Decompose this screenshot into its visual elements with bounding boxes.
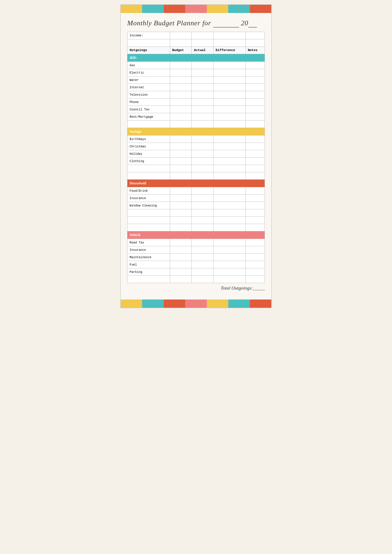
category-vehicle-label: Vehicle — [127, 231, 265, 239]
bottom-bar-segment-yellow2 — [207, 300, 228, 308]
bottom-bar-segment-yellow — [121, 300, 142, 308]
row-gas: Gas — [127, 62, 265, 69]
col-difference: Difference — [213, 47, 245, 54]
col-notes: Notes — [245, 47, 265, 54]
bottom-bar-segment-red — [164, 300, 185, 308]
row-christmas: Christmas — [127, 143, 265, 150]
bottom-bar-segment-teal2 — [228, 300, 250, 308]
row-rent-mortgage: Rent/Mortgage — [127, 113, 265, 120]
col-actual: Actual — [192, 47, 213, 54]
bottom-bar-segment-teal — [142, 300, 164, 308]
category-savings: Savings — [127, 128, 265, 135]
savings-spacer2 — [127, 172, 265, 180]
row-insurance-household: Insurance — [127, 195, 265, 202]
row-window-cleaning: Window Cleaning — [127, 202, 265, 209]
row-phone: Phone — [127, 98, 265, 106]
total-area: Total Outgoings:_____ — [127, 283, 265, 293]
bottom-bar-segment-red2 — [250, 300, 271, 308]
row-holiday: Holiday — [127, 150, 265, 158]
content-area: Income: Outgoings Budget Actual Differen… — [121, 32, 271, 297]
income-notes — [245, 32, 265, 39]
category-bills-label: Bills — [127, 54, 265, 62]
title-year-prefix: 20 — [241, 19, 248, 27]
row-maintainence: Maintainence — [127, 254, 265, 261]
total-outgoings-label: Total Outgoings:_____ — [221, 285, 265, 291]
row-internet: Internet — [127, 84, 265, 91]
income-diff — [213, 32, 245, 39]
column-header-row: Outgoings Budget Actual Difference Notes — [127, 47, 265, 54]
top-bar-segment-yellow2 — [207, 5, 228, 13]
income-actual — [192, 32, 213, 39]
vehicle-spacer1 — [127, 276, 265, 283]
bottom-bar-segment-pink — [185, 300, 207, 308]
household-spacer2 — [127, 217, 265, 224]
household-spacer1 — [127, 209, 265, 217]
row-birthdays: Birthdays — [127, 135, 265, 143]
col-budget: Budget — [170, 47, 191, 54]
row-food-drink: Food/Drink — [127, 187, 265, 195]
spacer-row-1 — [127, 39, 265, 47]
col-outgoings: Outgoings — [127, 47, 170, 54]
category-household: Household — [127, 180, 265, 187]
page-title: Monthly Budget Planner for 20 — [127, 19, 265, 28]
page: Monthly Budget Planner for 20 Income: — [120, 4, 272, 308]
title-blank-month — [213, 19, 239, 28]
income-budget — [170, 32, 191, 39]
category-vehicle: Vehicle — [127, 231, 265, 239]
category-savings-label: Savings — [127, 128, 265, 135]
income-label: Income: — [127, 32, 170, 39]
household-spacer3 — [127, 224, 265, 231]
title-area: Monthly Budget Planner for 20 — [121, 13, 271, 32]
row-road-tax: Road Tax — [127, 239, 265, 246]
category-household-label: Household — [127, 180, 265, 187]
income-row: Income: — [127, 32, 265, 39]
bottom-color-bar — [121, 300, 271, 308]
row-council-tax: Council Tax — [127, 106, 265, 113]
top-bar-segment-red — [164, 5, 185, 13]
savings-spacer1 — [127, 165, 265, 172]
top-bar-segment-teal — [142, 5, 164, 13]
top-bar-segment-yellow — [121, 5, 142, 13]
top-bar-segment-teal2 — [228, 5, 250, 13]
row-fuel: Fuel — [127, 261, 265, 268]
title-prefix: Monthly Budget Planner for — [127, 19, 211, 27]
row-electric: Electric — [127, 69, 265, 76]
row-water: Water — [127, 76, 265, 84]
bills-spacer — [127, 120, 265, 128]
top-bar-segment-pink — [185, 5, 207, 13]
top-color-bar — [121, 5, 271, 13]
row-clothing: Clothing — [127, 158, 265, 165]
row-insurance-vehicle: Insurance — [127, 246, 265, 254]
category-bills: Bills — [127, 54, 265, 62]
row-television: Television — [127, 91, 265, 98]
title-year-blank — [248, 19, 257, 28]
budget-table: Income: Outgoings Budget Actual Differen… — [127, 32, 265, 283]
row-parking: Parking — [127, 268, 265, 276]
top-bar-segment-red2 — [250, 5, 271, 13]
